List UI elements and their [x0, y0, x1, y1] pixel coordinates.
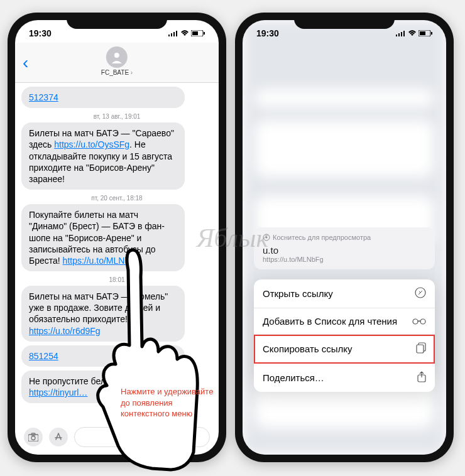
svg-point-7	[114, 53, 119, 58]
nav-header: ‹ FC_BATE	[15, 43, 219, 83]
appstore-icon	[53, 432, 63, 442]
wifi-icon	[408, 30, 417, 36]
svg-rect-0	[168, 35, 170, 36]
wifi-icon	[180, 30, 189, 36]
svg-rect-8	[28, 435, 38, 441]
battery-icon	[191, 30, 205, 36]
avatar	[106, 46, 128, 68]
phone-left: 19:30 ‹ FC_BATE 512374вт, 13 авг., 19:01…	[8, 13, 226, 462]
svg-rect-1	[171, 33, 172, 36]
signal-icon	[396, 30, 406, 36]
svg-point-22	[420, 319, 425, 324]
message-link[interactable]: https://tinyurl…	[29, 387, 87, 398]
svg-point-9	[31, 436, 35, 440]
notch	[67, 13, 167, 29]
link-preview-card[interactable]: Коснитесь для предпросмотра u.to https:/…	[254, 227, 435, 269]
notch	[294, 13, 395, 29]
svg-rect-16	[431, 32, 432, 35]
preview-hint-text: Коснитесь для предпросмотра	[273, 234, 371, 241]
phone-right: 19:30 Коснитесь для предпросмотра u.to h…	[235, 13, 454, 462]
person-icon	[111, 51, 123, 63]
timestamp: вт, 13 авг., 19:01	[21, 113, 212, 120]
svg-rect-2	[173, 32, 175, 36]
message-link[interactable]: 851254	[29, 350, 58, 362]
camera-icon	[28, 433, 38, 441]
message-input[interactable]	[74, 427, 210, 447]
menu-item-label: Открыть ссылку	[263, 288, 333, 299]
svg-point-21	[413, 319, 418, 324]
compass-icon	[415, 287, 426, 300]
message-bubble[interactable]: 851254	[21, 345, 185, 367]
menu-item-label: Поделиться…	[263, 372, 324, 383]
svg-rect-17	[420, 31, 425, 35]
copy-icon	[416, 342, 426, 355]
svg-rect-12	[398, 33, 400, 36]
svg-rect-6	[192, 31, 198, 35]
camera-button[interactable]	[24, 428, 43, 446]
status-time: 19:30	[29, 28, 52, 38]
contact-header[interactable]: FC_BATE	[101, 46, 133, 76]
back-button[interactable]: ‹	[15, 54, 36, 72]
status-time: 19:30	[256, 28, 279, 38]
message-link[interactable]: 512374	[29, 92, 58, 103]
status-icons	[396, 30, 432, 36]
glasses-icon	[412, 316, 426, 327]
appstore-button[interactable]	[49, 428, 68, 446]
svg-rect-14	[403, 31, 405, 36]
screen-right: 19:30 Коснитесь для предпросмотра u.to h…	[243, 20, 446, 455]
svg-rect-3	[176, 31, 177, 36]
svg-point-19	[266, 237, 268, 239]
menu-item-copy[interactable]: Скопировать ссылку	[254, 335, 435, 364]
svg-rect-13	[401, 32, 402, 36]
context-menu-area: Коснитесь для предпросмотра u.to https:/…	[254, 227, 435, 392]
battery-icon	[418, 30, 432, 36]
timestamp: пт, 20 сент., 18:18	[21, 195, 212, 202]
menu-item-label: Скопировать ссылку	[263, 343, 353, 354]
context-menu: Открыть ссылкуДобавить в Список для чтен…	[254, 279, 435, 392]
signal-icon	[168, 30, 178, 36]
contact-name: FC_BATE	[101, 69, 133, 76]
svg-rect-24	[417, 345, 424, 353]
message-bubble[interactable]: 512374	[21, 87, 185, 108]
tap-icon	[263, 234, 270, 241]
svg-rect-5	[204, 32, 205, 35]
menu-item-share[interactable]: Поделиться…	[254, 364, 435, 392]
message-link[interactable]: https://u.to/OysSFg	[54, 139, 129, 149]
status-icons	[168, 30, 205, 36]
timestamp: 18:01	[21, 276, 212, 283]
instruction-text: Нажмите и удерживайте до появления конте…	[121, 386, 215, 419]
share-icon	[417, 371, 426, 384]
message-bubble[interactable]: Билеты на матч БАТЭ — "Сараево" здесь ht…	[21, 122, 185, 190]
preview-url: https://u.to/MLNbFg	[263, 256, 426, 263]
menu-item-label: Добавить в Список для чтения	[263, 316, 397, 327]
menu-item-compass[interactable]: Открыть ссылку	[254, 279, 435, 308]
menu-item-glasses[interactable]: Добавить в Список для чтения	[254, 308, 435, 335]
message-bubble[interactable]: Билеты на матч БАТЭ — "Гомель" уже в про…	[21, 286, 185, 342]
svg-rect-11	[396, 35, 397, 36]
message-bubble[interactable]: Покупайте билеты на матч "Динамо" (Брест…	[21, 204, 185, 271]
preview-hint: Коснитесь для предпросмотра	[263, 234, 426, 241]
preview-title: u.to	[263, 245, 426, 256]
message-link[interactable]: https://u.to/r6d9Fg	[29, 326, 101, 336]
compose-bar	[15, 425, 219, 450]
message-link[interactable]: https://u.to/MLNbFg	[63, 256, 140, 266]
